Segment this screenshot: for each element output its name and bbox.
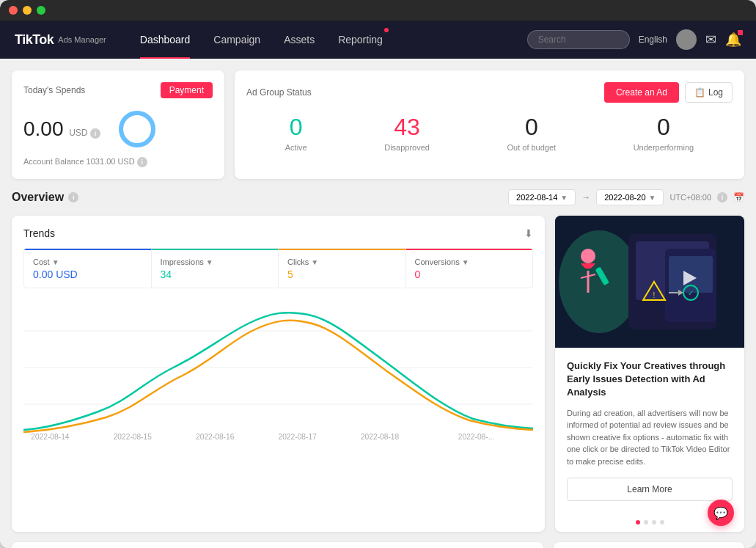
status-budget: 0 Out of budget (507, 114, 556, 152)
date-from-button[interactable]: 2022-08-14 ▼ (508, 189, 576, 205)
overview-info-icon[interactable]: i (68, 192, 78, 202)
metric-impressions-tab[interactable]: Impressions ▼ 34 (152, 249, 279, 288)
nav-right: English ✉ 🔔 (527, 29, 741, 50)
date-from-chevron: ▼ (560, 194, 568, 202)
svg-text:✓: ✓ (688, 289, 694, 297)
timezone-label: UTC+08:00 (669, 193, 711, 202)
svg-text:2022-08-...: 2022-08-... (458, 433, 494, 441)
disapproved-label: Disapproved (384, 143, 430, 152)
bottom-row: Campaign Custom Columns ‹ 1 › ⬇ Name Cos… (12, 542, 744, 548)
svg-rect-16 (669, 256, 713, 293)
app-window: TikTok Ads Manager Dashboard Campaign As… (0, 0, 756, 548)
close-button[interactable] (9, 6, 18, 15)
cost-value: 0.00 USD (33, 268, 142, 280)
promo-dot-2[interactable] (644, 520, 648, 525)
balance-info-icon[interactable]: i (137, 157, 147, 167)
svg-point-12 (559, 230, 639, 333)
spends-amount: 0.00 (23, 117, 64, 140)
underperform-value: 0 (634, 114, 694, 140)
spends-info-icon[interactable]: i (90, 128, 100, 139)
promo-dot-3[interactable] (652, 520, 656, 525)
ad-status-title: Ad Group Status (246, 87, 312, 98)
date-to-chevron: ▼ (649, 194, 656, 202)
bell-notification-dot (738, 30, 743, 35)
log-icon: 📋 (694, 87, 705, 98)
campaign-card: Campaign Custom Columns ‹ 1 › ⬇ Name Cos… (12, 542, 543, 548)
active-label: Active (285, 143, 307, 152)
overview-title: Overview i (12, 191, 78, 204)
impressions-value: 34 (161, 268, 270, 280)
cost-chevron: ▼ (52, 258, 59, 266)
right-panel: ! ✓ (555, 216, 744, 532)
language-selector[interactable]: English (639, 34, 667, 45)
svg-text:2022-08-17: 2022-08-17 (279, 433, 318, 441)
svg-text:2022-08-16: 2022-08-16 (196, 433, 235, 441)
top-row: Today's Spends Payment 0.00 USD i (12, 70, 744, 179)
spends-title: Today's Spends (23, 85, 85, 95)
spends-header: Today's Spends Payment (23, 82, 213, 98)
status-underperforming: 0 Underperforming (634, 114, 694, 152)
nav-item-reporting[interactable]: Reporting (326, 21, 394, 59)
trends-header: Trends ⬇ (23, 227, 533, 239)
ad-status-actions: Create an Ad 📋 Log (604, 82, 733, 103)
underperform-label: Underperforming (634, 143, 694, 152)
svg-point-24 (581, 249, 595, 263)
promo-dot-4[interactable] (660, 520, 664, 525)
spends-currency: USD (69, 128, 87, 138)
svg-text:!: ! (653, 291, 656, 299)
metrics-row: Cost ▼ 0.00 USD Impressions ▼ 34 (23, 248, 533, 288)
promo-dot-1[interactable] (636, 520, 640, 525)
ad-status-card: Ad Group Status Create an Ad 📋 Log 0 Act… (235, 70, 744, 179)
date-to-button[interactable]: 2022-08-20 ▼ (596, 189, 664, 205)
calendar-icon[interactable]: 📅 (733, 192, 744, 202)
promo-title: Quickly Fix Your Creatives through Early… (567, 359, 733, 400)
gender-card: Gender Cost Impressions Clicks ⬇ (554, 542, 744, 548)
search-input[interactable] (527, 30, 630, 49)
avatar[interactable] (676, 29, 697, 50)
date-range: 2022-08-14 ▼ → 2022-08-20 ▼ UTC+08:00 i … (508, 189, 744, 205)
mail-icon[interactable]: ✉ (705, 32, 716, 48)
logo-sub: Ads Manager (58, 35, 106, 44)
reporting-notification-dot (384, 28, 389, 32)
chat-fab-button[interactable]: 💬 (708, 500, 734, 526)
trends-card: Trends ⬇ Cost ▼ 0.00 USD Impressions (12, 216, 545, 532)
spends-body: 0.00 USD i (23, 107, 213, 151)
budget-value: 0 (507, 114, 556, 140)
impressions-chevron: ▼ (206, 258, 213, 266)
main-content: Today's Spends Payment 0.00 USD i (0, 59, 756, 548)
svg-point-1 (121, 113, 153, 145)
svg-text:2022-08-15: 2022-08-15 (114, 433, 153, 441)
metric-cost-tab[interactable]: Cost ▼ 0.00 USD (24, 249, 152, 288)
spends-balance: Account Balance 1031.00 USD i (23, 157, 213, 167)
disapproved-value: 43 (384, 114, 430, 140)
minimize-button[interactable] (23, 6, 32, 15)
metric-conversions-tab[interactable]: Conversions ▼ 0 (406, 249, 533, 288)
create-ad-button[interactable]: Create an Ad (604, 82, 679, 103)
bell-icon[interactable]: 🔔 (725, 32, 741, 48)
maximize-button[interactable] (37, 6, 45, 15)
metric-clicks-tab[interactable]: Clicks ▼ 5 (279, 249, 406, 288)
donut-chart (115, 107, 159, 151)
budget-label: Out of budget (507, 143, 556, 152)
svg-text:2022-08-14: 2022-08-14 (31, 433, 70, 441)
spends-amount-container: 0.00 USD i (23, 117, 100, 141)
nav-item-campaign[interactable]: Campaign (202, 21, 272, 59)
svg-text:2022-08-18: 2022-08-18 (361, 433, 400, 441)
nav-bar: TikTok Ads Manager Dashboard Campaign As… (0, 21, 756, 59)
ad-status-header: Ad Group Status Create an Ad 📋 Log (246, 82, 733, 103)
learn-more-button[interactable]: Learn More (567, 478, 733, 501)
nav-item-assets[interactable]: Assets (272, 21, 326, 59)
promo-image: ! ✓ (555, 216, 744, 348)
conversions-chevron: ▼ (462, 258, 469, 266)
logo: TikTok Ads Manager (15, 32, 106, 48)
log-button[interactable]: 📋 Log (685, 82, 733, 103)
trends-download-icon[interactable]: ⬇ (524, 227, 533, 239)
nav-items: Dashboard Campaign Assets Reporting (128, 21, 527, 59)
payment-button[interactable]: Payment (161, 82, 213, 98)
cost-label: Cost (33, 257, 50, 266)
status-metrics: 0 Active 43 Disapproved 0 Out of budget … (246, 114, 733, 152)
impressions-label: Impressions (161, 257, 204, 266)
nav-item-dashboard[interactable]: Dashboard (128, 21, 202, 59)
clicks-chevron: ▼ (311, 258, 318, 266)
timezone-info-icon[interactable]: i (717, 192, 727, 202)
